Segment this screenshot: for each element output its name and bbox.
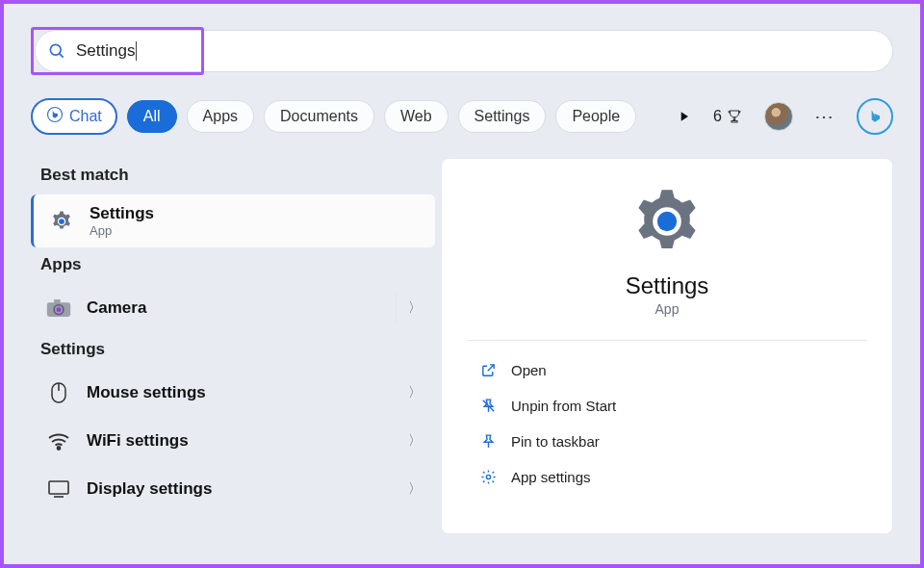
- action-label: App settings: [511, 469, 591, 485]
- open-icon: [478, 362, 498, 378]
- chevron-right-icon[interactable]: 〉: [408, 432, 422, 450]
- filter-web[interactable]: Web: [384, 100, 449, 133]
- result-title: WiFi settings: [87, 431, 189, 451]
- chat-button[interactable]: Chat: [31, 98, 117, 135]
- chevron-right-icon[interactable]: 〉: [408, 480, 422, 498]
- action-label: Unpin from Start: [511, 398, 616, 414]
- gear-icon: [47, 207, 76, 236]
- chevron-right-icon[interactable]: 〉: [408, 384, 422, 401]
- wifi-icon: [44, 426, 73, 455]
- section-settings: Settings: [31, 332, 435, 369]
- result-title: Settings: [90, 204, 154, 223]
- filter-row: Chat All Apps Documents Web Settings Peo…: [31, 98, 893, 135]
- svg-point-20: [486, 475, 490, 478]
- unpin-icon: [478, 398, 498, 414]
- filter-apps[interactable]: Apps: [187, 100, 254, 133]
- action-app-settings[interactable]: App settings: [475, 459, 867, 495]
- svg-point-12: [58, 447, 61, 450]
- section-best-match: Best match: [31, 158, 435, 194]
- result-title: Display settings: [87, 479, 212, 499]
- result-camera[interactable]: Camera 〉: [31, 284, 435, 332]
- action-label: Open: [511, 362, 547, 378]
- svg-rect-6: [54, 299, 61, 303]
- filter-documents[interactable]: Documents: [264, 100, 374, 133]
- action-unpin[interactable]: Unpin from Start: [475, 388, 867, 424]
- result-settings-app[interactable]: Settings App: [31, 194, 435, 247]
- chevron-right-icon[interactable]: 〉: [408, 299, 422, 317]
- filter-all[interactable]: All: [127, 100, 177, 133]
- results-column: Best match Settings App Apps: [31, 158, 435, 534]
- detail-pane: Settings App Open Unpin from Start: [441, 158, 893, 534]
- mouse-icon: [44, 378, 73, 407]
- divider: [396, 292, 397, 324]
- text-caret: [136, 41, 137, 61]
- overflow-right-icon[interactable]: [677, 109, 692, 124]
- rewards-points[interactable]: 6: [713, 108, 743, 125]
- result-mouse-settings[interactable]: Mouse settings 〉: [31, 369, 435, 417]
- result-title: Mouse settings: [87, 383, 206, 402]
- bing-logo-icon: [865, 107, 885, 126]
- result-title: Camera: [87, 298, 146, 318]
- result-display-settings[interactable]: Display settings 〉: [31, 465, 435, 513]
- bing-chat-button[interactable]: [857, 98, 893, 135]
- filter-people[interactable]: People: [555, 100, 636, 133]
- chat-label: Chat: [69, 108, 102, 125]
- divider: [467, 340, 867, 341]
- action-label: Pin to taskbar: [511, 433, 600, 450]
- svg-point-4: [59, 219, 64, 224]
- detail-title: Settings: [467, 272, 867, 299]
- filter-settings[interactable]: Settings: [458, 100, 547, 133]
- gear-icon: [478, 469, 498, 485]
- search-text: Settings: [76, 41, 135, 61]
- detail-subtitle: App: [467, 301, 867, 317]
- search-highlight-box: Settings: [31, 27, 204, 75]
- action-pin-taskbar[interactable]: Pin to taskbar: [475, 424, 867, 459]
- search-icon: [47, 41, 66, 61]
- result-subtitle: App: [90, 223, 154, 238]
- search-input[interactable]: Settings: [36, 32, 199, 70]
- action-open[interactable]: Open: [475, 352, 867, 388]
- gear-icon: [467, 184, 867, 259]
- svg-point-16: [657, 212, 677, 231]
- camera-icon: [44, 294, 73, 323]
- display-icon: [44, 475, 73, 503]
- svg-line-1: [60, 54, 64, 58]
- svg-rect-13: [49, 481, 68, 494]
- more-options[interactable]: ⋯: [814, 105, 835, 128]
- svg-point-0: [50, 44, 61, 55]
- result-wifi-settings[interactable]: WiFi settings 〉: [31, 417, 435, 465]
- bing-icon: [46, 106, 64, 127]
- pin-icon: [478, 433, 498, 450]
- svg-point-9: [57, 307, 62, 312]
- section-apps: Apps: [31, 247, 435, 284]
- user-avatar[interactable]: [764, 102, 793, 131]
- trophy-icon: [726, 108, 743, 125]
- points-value: 6: [713, 108, 722, 125]
